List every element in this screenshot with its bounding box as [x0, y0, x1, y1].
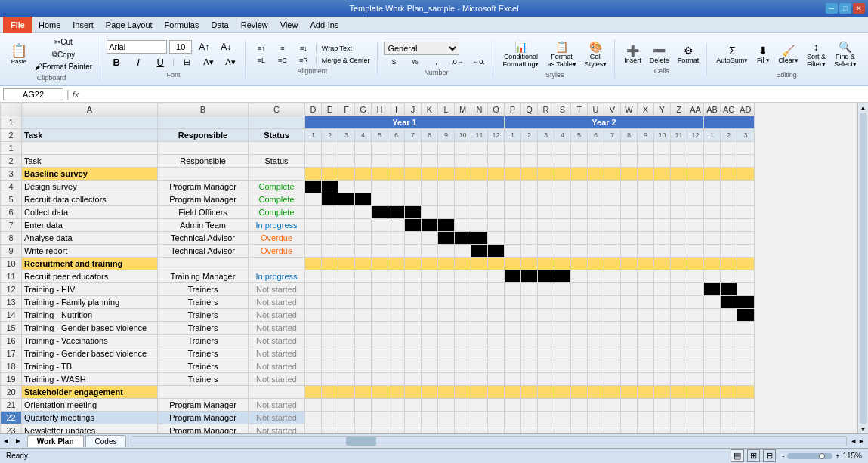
cell-23-g9[interactable] — [455, 424, 471, 434]
cell-1-g24[interactable] — [704, 142, 721, 155]
cell-1a[interactable] — [22, 142, 158, 155]
cell-13a[interactable]: Training - Family planning — [22, 296, 158, 309]
cell-5-g1[interactable] — [322, 193, 338, 206]
cell-23-g25[interactable] — [721, 424, 737, 434]
cell-20-g15[interactable] — [554, 386, 571, 399]
cell-21-g4[interactable] — [372, 399, 388, 412]
cell-3b[interactable] — [158, 168, 249, 181]
cell-8-g14[interactable] — [538, 232, 554, 245]
cell-7-g14[interactable] — [538, 219, 554, 232]
cell-5-g19[interactable] — [621, 193, 638, 206]
cell-15-g22[interactable] — [671, 322, 687, 335]
cell-2-g22[interactable] — [671, 155, 687, 168]
cell-14c[interactable]: Not started — [249, 309, 305, 322]
cell-2-g19[interactable] — [621, 155, 638, 168]
cell-17-g14[interactable] — [538, 347, 554, 360]
cell-16b[interactable]: Trainers — [158, 335, 249, 347]
cell-7-g7[interactable] — [422, 219, 438, 232]
cell-9-g26[interactable] — [737, 245, 754, 258]
row-num-3[interactable]: 3 — [1, 168, 22, 181]
col-header-t[interactable]: T — [571, 103, 588, 116]
col-header-v[interactable]: V — [604, 103, 621, 116]
cell-4c[interactable]: Complete — [249, 181, 305, 193]
cell-10-g20[interactable] — [638, 258, 654, 270]
cell-10-g18[interactable] — [604, 258, 621, 270]
cell-13-g15[interactable] — [554, 296, 571, 309]
border-button[interactable]: ⊞ — [177, 56, 196, 69]
cell-3c[interactable] — [249, 168, 305, 181]
align-top-button[interactable]: ≡↑ — [252, 43, 271, 54]
cell-9-g18[interactable] — [604, 245, 621, 258]
cell-19-g7[interactable] — [422, 373, 438, 386]
cell-14-g2[interactable] — [338, 309, 355, 322]
cell-12-g20[interactable] — [638, 283, 654, 296]
cell-4-g15[interactable] — [554, 181, 571, 193]
cell-6-g7[interactable] — [422, 206, 438, 219]
cell-10-g6[interactable] — [405, 258, 422, 270]
cell-13-g7[interactable] — [422, 296, 438, 309]
cell-12-g22[interactable] — [671, 283, 687, 296]
cell-11-g1[interactable] — [322, 270, 338, 283]
increase-font-button[interactable]: A↑ — [194, 40, 214, 54]
cell-6b[interactable]: Field Officers — [158, 206, 249, 219]
cell-6-g9[interactable] — [455, 206, 471, 219]
cell-19c[interactable]: Not started — [249, 373, 305, 386]
bold-button[interactable]: B — [107, 55, 126, 69]
cell-17-g6[interactable] — [405, 347, 422, 360]
cell-8a[interactable]: Analyse data — [22, 232, 158, 245]
zoom-slider[interactable] — [787, 453, 832, 459]
cell-12-g25[interactable] — [721, 283, 737, 296]
cell-16-g17[interactable] — [588, 335, 604, 347]
cell-16-g24[interactable] — [704, 335, 721, 347]
cell-15-g25[interactable] — [721, 322, 737, 335]
cell-17-g5[interactable] — [388, 347, 405, 360]
row-num-5[interactable]: 5 — [1, 193, 22, 206]
cell-4-g5[interactable] — [388, 181, 405, 193]
cell-18-g9[interactable] — [455, 360, 471, 373]
cell-18-g5[interactable] — [388, 360, 405, 373]
row-num-4[interactable]: 4 — [1, 181, 22, 193]
cell-13-g9[interactable] — [455, 296, 471, 309]
cell-5-g13[interactable] — [521, 193, 538, 206]
cell-7-g4[interactable] — [372, 219, 388, 232]
cell-13-g5[interactable] — [388, 296, 405, 309]
cell-6-g3[interactable] — [355, 206, 372, 219]
cell-9-g7[interactable] — [422, 245, 438, 258]
col-header-w[interactable]: W — [621, 103, 638, 116]
cell-11-g20[interactable] — [638, 270, 654, 283]
cell-22-g14[interactable] — [538, 412, 554, 424]
cell-21-g19[interactable] — [621, 399, 638, 412]
cell-3-g9[interactable] — [455, 168, 471, 181]
cell-9-g14[interactable] — [538, 245, 554, 258]
cell-11-g12[interactable] — [505, 270, 521, 283]
cell-5-g4[interactable] — [372, 193, 388, 206]
format-as-table-button[interactable]: 📋 Formatas Table▾ — [544, 39, 579, 69]
cell-15-g17[interactable] — [588, 322, 604, 335]
cell-8-g11[interactable] — [488, 232, 505, 245]
cell-14-g12[interactable] — [505, 309, 521, 322]
cell-16-g19[interactable] — [621, 335, 638, 347]
cell-15-g16[interactable] — [571, 322, 588, 335]
cell-15-g6[interactable] — [405, 322, 422, 335]
cell-2c[interactable]: Status — [249, 155, 305, 168]
cell-6-g24[interactable] — [704, 206, 721, 219]
cell-17b[interactable]: Trainers — [158, 347, 249, 360]
cell-6-g23[interactable] — [687, 206, 704, 219]
cell-16-g21[interactable] — [654, 335, 671, 347]
cell-21-g23[interactable] — [687, 399, 704, 412]
cell-7-g19[interactable] — [621, 219, 638, 232]
cell-11-g19[interactable] — [621, 270, 638, 283]
cell-15-g20[interactable] — [638, 322, 654, 335]
row-num-1[interactable]: 1 — [1, 116, 22, 129]
row-num-22[interactable]: 22 — [1, 412, 22, 424]
cell-20b[interactable] — [158, 386, 249, 399]
cell-20-g13[interactable] — [521, 386, 538, 399]
col-header-m[interactable]: M — [455, 103, 471, 116]
cell-1-g16[interactable] — [571, 142, 588, 155]
cell-13-g1[interactable] — [322, 296, 338, 309]
cell-17-g4[interactable] — [372, 347, 388, 360]
cell-14-g19[interactable] — [621, 309, 638, 322]
cell-11-g22[interactable] — [671, 270, 687, 283]
cell-9-g17[interactable] — [588, 245, 604, 258]
menu-page-layout[interactable]: Page Layout — [100, 17, 159, 33]
